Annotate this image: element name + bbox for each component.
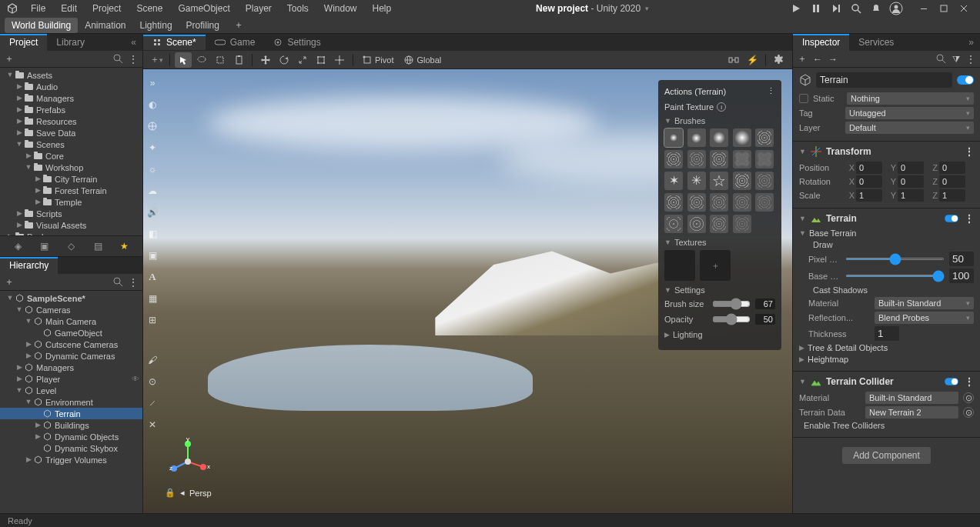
workspace-lighting[interactable]: Lighting [133,18,179,33]
wireframe-icon[interactable] [145,118,160,134]
thickness-field[interactable] [875,326,899,341]
static-checkbox[interactable] [799,94,808,103]
tree-row[interactable]: ▼Main Camera [0,315,142,327]
transform-more-icon[interactable]: ⋮ [965,146,974,157]
texture-slot-1[interactable] [664,250,695,281]
notifications-icon[interactable] [866,0,886,17]
expand-arrow[interactable]: ▶ [15,364,23,371]
add-dropdown-button[interactable]: ＋▾ [148,52,165,68]
expand-arrow[interactable]: ▶ [34,422,42,429]
tab-game[interactable]: Game [206,35,265,50]
tree-row[interactable]: ▼Environment [0,396,142,408]
expand-arrow[interactable]: ▼ [6,72,14,78]
expand-arrow[interactable]: ▶ [25,341,32,348]
actions-more-icon[interactable]: ⋮ [767,86,775,96]
window-minimize-button[interactable] [914,0,934,17]
terrain-more-icon[interactable]: ⋮ [965,213,974,224]
gizmos-icon[interactable]: ◧ [145,226,160,242]
brush-dots-1[interactable] [664,215,683,233]
expand-arrow[interactable]: ▼ [15,387,23,394]
favorites-icon[interactable]: ★ [117,238,132,254]
brush-sparkle-1[interactable]: ✶ [664,172,683,190]
base-map-slider[interactable] [845,275,945,277]
camera-icon[interactable]: ▣ [145,248,160,263]
menu-file[interactable]: File [23,1,53,16]
tree-row[interactable]: ▶Managers [0,362,142,373]
collapse-right-button[interactable]: » [962,37,980,48]
tree-row[interactable]: ▶Player👁 [0,373,142,385]
pixel-error-slider[interactable] [845,258,945,260]
position-z-field[interactable] [939,162,965,174]
menu-player[interactable]: Player [238,1,279,16]
path-tool-icon[interactable]: ✕ [145,417,160,432]
reflection-dropdown[interactable]: Blend Probes▾ [875,312,974,324]
rotate-tool[interactable] [276,52,293,68]
filter-prefab-icon[interactable]: ▣ [37,238,52,254]
brush-soft-med[interactable] [687,128,706,147]
layers-icon[interactable]: ◈ [10,238,25,254]
tree-detail-foldout[interactable]: ▶Tree & Detail Objects [799,343,974,352]
brush-grain-2[interactable] [687,193,706,212]
tree-row[interactable]: ▶Dynamic Objects [0,431,142,442]
menu-gameobject[interactable]: GameObject [170,1,237,16]
collider-material-picker[interactable]: ⊙ [963,392,974,403]
filter-icon[interactable]: ⧩ [952,54,960,65]
tree-row[interactable]: ▶City Terrain [0,173,142,185]
search-icon[interactable] [936,54,946,64]
brush-grain-1[interactable] [664,193,683,212]
audio-icon[interactable]: 🔊 [145,205,160,220]
search-icon[interactable] [113,54,124,65]
tree-row[interactable]: ▶Dynamic Cameras [0,350,142,362]
select-tool[interactable] [175,52,192,68]
add-component-button[interactable]: Add Component [842,447,931,464]
brush-grain-5[interactable] [755,193,774,212]
expand-arrow[interactable]: ▼ [15,306,23,313]
expand-arrow[interactable]: ▶ [15,118,23,125]
probe-tool-icon[interactable]: ⊙ [145,374,160,389]
menu-scene[interactable]: Scene [129,1,170,16]
menu-help[interactable]: Help [365,1,400,16]
tree-row[interactable]: ▼Level [0,385,142,396]
tree-row[interactable]: ▶Trigger Volumes [0,454,142,465]
brush-noise-3[interactable] [710,150,728,168]
scene-viewport[interactable]: » ◐ ✦ ☼ ☁ 🔊 ◧ ▣ A ▦ ⊞ 🖌 ⊙ ⟋ ✕ [143,69,792,513]
expand-arrow[interactable]: ▶ [34,175,42,182]
collider-header[interactable]: ▼ Terrain Collider ⋮ [799,376,974,387]
search-icon[interactable] [113,277,124,288]
transform-header[interactable]: ▼ Transform ⋮ [799,146,974,157]
brush-soft-large[interactable] [710,128,728,147]
opacity-value[interactable]: 50 [755,314,775,325]
heightmap-foldout[interactable]: ▶Heightmap [799,355,974,364]
rotation-x-field[interactable] [856,175,882,188]
brush-grain-4[interactable] [733,193,751,212]
tab-settings[interactable]: Settings [264,35,329,50]
position-y-field[interactable] [898,162,924,174]
collider-material-field[interactable]: Built-in Standard [865,392,958,404]
tab-library[interactable]: Library [47,34,94,51]
layer-dropdown[interactable]: Default▾ [845,122,974,134]
project-more-icon[interactable]: ⋮ [129,54,138,65]
brush-soft-xlarge[interactable] [733,128,751,147]
fx-toggle-icon[interactable]: ✦ [145,140,160,155]
filter-script-icon[interactable]: ◇ [63,238,79,254]
inspector-more-icon[interactable]: ⋮ [966,54,975,65]
move-tool[interactable] [257,52,274,68]
brush-dots-4[interactable] [733,215,751,233]
tree-row[interactable]: ▶Prefabs [0,104,142,115]
brush-dots-3[interactable] [710,215,728,233]
overlay-collapse-icon[interactable]: » [145,75,160,91]
textures-foldout[interactable]: ▼Textures [664,238,775,247]
expand-arrow[interactable]: ▶ [15,83,23,90]
global-toggle[interactable]: Global [400,54,446,66]
add-texture-button[interactable]: ＋ [700,250,731,281]
skybox-icon[interactable]: ☁ [145,183,160,198]
pivot-toggle[interactable]: Pivot [358,54,398,66]
tree-row[interactable]: ▶Core [0,150,142,162]
pause-button[interactable] [806,0,826,17]
play-button[interactable] [786,0,806,17]
brushes-foldout[interactable]: ▼Brushes [664,116,775,125]
text-overlay-icon[interactable]: A [145,269,160,285]
base-terrain-foldout[interactable]: ▼Base Terrain [799,228,974,238]
brush-noise-1[interactable] [664,150,683,168]
expand-arrow[interactable]: ▶ [34,198,42,205]
